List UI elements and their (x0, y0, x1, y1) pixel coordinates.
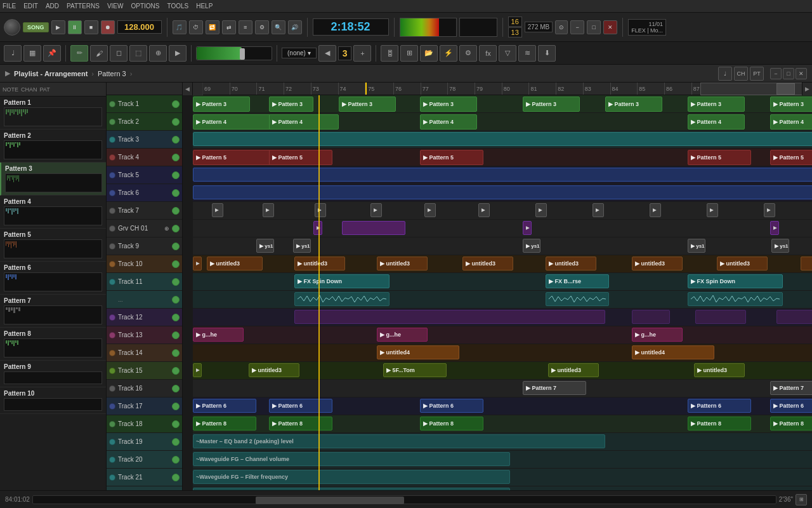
clip-t7-4[interactable]: ▶ (370, 203, 382, 217)
pitch-slider[interactable] (196, 46, 272, 60)
clip-t5-1[interactable] (193, 168, 812, 182)
track-4-color[interactable] (109, 154, 115, 161)
track-21-mute[interactable] (172, 474, 180, 481)
pl-close[interactable]: ✕ (796, 68, 807, 79)
clip-t17-4[interactable]: ▶ Pattern 6 (688, 399, 751, 413)
track-2-color[interactable] (109, 119, 115, 125)
track-10-color[interactable] (109, 261, 115, 267)
clip-t10-7[interactable]: ▶ untitled3 (632, 257, 683, 271)
track-11-color[interactable] (109, 279, 115, 285)
track-3-mute[interactable] (172, 136, 180, 144)
erase-btn[interactable]: ◻ (110, 45, 128, 62)
grid-row-7[interactable]: ▶ ▶ ▶ ▶ ▶ (193, 202, 812, 220)
pattern-item-7[interactable]: Pattern 7 (0, 295, 106, 328)
clip-t10-4[interactable]: ▶ untitled3 (377, 257, 428, 271)
grid-row-2[interactable]: ▶ Pattern 4 ▶ Pattern 4 ▶ Pattern 4 ▶ Pa… (193, 113, 812, 131)
track-17-color[interactable] (109, 403, 115, 410)
piano-roll-btn[interactable]: ♩ (4, 45, 22, 62)
download-btn[interactable]: ⬇ (538, 45, 556, 62)
clip-t11-fx3[interactable]: ▶ FX Spin Down (688, 274, 783, 288)
track-12-mute[interactable] (172, 314, 180, 321)
pin-btn[interactable]: 📌 (43, 45, 61, 62)
track-6-mute[interactable] (172, 189, 180, 197)
grid-row-6[interactable] (193, 184, 812, 202)
clip-t10-5[interactable]: ▶ untitled3 (462, 257, 513, 271)
clip-t16-1[interactable]: ▶ Pattern 7 (523, 381, 586, 395)
clip-t15-1[interactable]: ▶ (193, 363, 202, 377)
master-volume-knob[interactable] (4, 19, 20, 36)
grid-row-19[interactable]: ~Master – EQ band 2 (peaking) level (193, 433, 812, 451)
clip-t4-2[interactable]: ▶ Pattern 5 (269, 150, 332, 165)
step-icon[interactable]: ≡ (239, 20, 252, 34)
grid-row-13[interactable]: ▶ g...he ▶ g...he ▶ g...he (193, 326, 812, 344)
pattern-item-8[interactable]: Pattern 8 (0, 328, 106, 361)
clip-t7-11[interactable]: ▶ (764, 203, 775, 217)
grid-row-11[interactable]: ▶ FX Spin Down ▶ FX B...rse ▶ FX Spin Do… (193, 273, 812, 291)
pattern-item-9[interactable]: Pattern 9 (0, 361, 106, 387)
metronome-icon[interactable]: 🎵 (173, 20, 187, 34)
grv-icon[interactable]: ⊕ (164, 225, 169, 232)
clip-t6-1[interactable] (193, 185, 812, 199)
clip-t10-8[interactable]: ▶ untitled3 (717, 257, 768, 271)
step-seq-btn[interactable]: ▦ (23, 45, 41, 62)
clip-t12-3[interactable] (695, 310, 746, 324)
clip-t10-1[interactable]: ▶ (193, 257, 202, 271)
grv-color[interactable] (109, 225, 115, 232)
grid-row-10[interactable]: ▶ ▶ untitled3 ▶ untitled3 ▶ untitled3 ▶ (193, 255, 812, 273)
clip-t4-5[interactable]: ▶ Pattern 5 (770, 150, 812, 165)
grid-row-15[interactable]: ▶ ▶ untitled3 ▶ 5F...Tom ▶ untitled3 ▶ u (193, 362, 812, 380)
track-18-color[interactable] (109, 421, 115, 427)
track-20-color[interactable] (109, 457, 115, 463)
menu-add[interactable]: ADD (46, 3, 59, 10)
clip-t2-3[interactable]: ▶ Pattern 4 (420, 114, 477, 130)
track-19-mute[interactable] (172, 438, 180, 446)
grid-row-grv[interactable]: ▶ ▶ ▶ (193, 220, 812, 237)
clip-t1-6[interactable]: ▶ Pattern 3 (605, 97, 662, 112)
clip-grv-1[interactable]: ▶ (313, 221, 322, 235)
pattern-item-1[interactable]: Pattern 1 (0, 97, 106, 130)
track-10-mute[interactable] (172, 260, 180, 268)
track-1-color[interactable] (109, 101, 115, 107)
track-12-color[interactable] (109, 314, 115, 321)
grid-row-17[interactable]: ▶ Pattern 6 ▶ Pattern 6 ▶ Pattern 6 ▶ Pa… (193, 398, 812, 415)
grid-row-22[interactable]: ~Concert Piano – Channel volume (193, 486, 812, 490)
clip-t7-9[interactable]: ▶ (650, 203, 661, 217)
clip-t13-2[interactable]: ▶ g...he (377, 328, 428, 342)
shuffle-icon[interactable]: ⇄ (222, 20, 236, 34)
track-5-mute[interactable] (172, 171, 180, 179)
grid-row-18[interactable]: ▶ Pattern 8 ▶ Pattern 8 ▶ Pattern 8 ▶ Pa… (193, 415, 812, 433)
clip-t11b-1[interactable] (294, 292, 390, 306)
zoom-tool-btn[interactable]: ⊕ (149, 45, 167, 62)
clip-t22-1[interactable]: ~Concert Piano – Channel volume (193, 488, 510, 490)
track-7-mute[interactable] (172, 207, 180, 215)
track-4-mute[interactable] (172, 154, 180, 161)
clip-t2-4[interactable]: ▶ Pattern 4 (688, 114, 745, 130)
cpu-icon[interactable]: ⚙ (255, 20, 269, 34)
track-9-mute[interactable] (172, 243, 180, 250)
song-mode-button[interactable]: SONG (23, 22, 49, 32)
pattern-selector[interactable]: (none) ▾ (282, 48, 317, 58)
clip-t15-2[interactable]: ▶ untitled3 (249, 363, 299, 377)
playlist-grid-container[interactable]: ◀ ▶ 69 70 71 72 73 74 75 76 77 78 79 (183, 83, 812, 490)
grid-row-1[interactable]: ▶ Pattern 3 ▶ Pattern 3 ▶ Pattern 3 ▶ Pa… (193, 95, 812, 113)
clip-t9-4[interactable]: ▶ ys1 (688, 239, 705, 253)
clip-t10-2[interactable]: ▶ untitled3 (207, 257, 263, 271)
grid-row-11b[interactable] (193, 291, 812, 309)
zoom-icon[interactable]: 🔍 (272, 20, 285, 34)
clip-t10-3[interactable]: ▶ untitled3 (294, 257, 345, 271)
clip-t1-5[interactable]: ▶ Pattern 3 (523, 97, 580, 112)
minimap-viewport[interactable] (776, 83, 796, 95)
clip-t14-1[interactable]: ▶ untitled4 (377, 345, 459, 359)
loop-icon[interactable]: 🔁 (206, 20, 219, 34)
clip-t9-2[interactable]: ▶ ys1 (293, 239, 311, 253)
menu-tools[interactable]: TOOLS (167, 3, 188, 10)
track-18-mute[interactable] (172, 420, 180, 428)
grid-row-16[interactable]: ▶ Pattern 7 ▶ Pattern 7 (193, 380, 812, 398)
arrange-btn[interactable]: ⊞ (400, 45, 418, 62)
clip-t13-3[interactable]: ▶ g...he (632, 328, 683, 342)
clip-t11b-3[interactable] (688, 292, 783, 306)
track-16-color[interactable] (109, 385, 115, 392)
grid-row-4[interactable]: ▶ Pattern 5 ▶ Pattern 5 ▶ Pattern 5 ▶ Pa… (193, 149, 812, 166)
clip-t3-full[interactable] (193, 132, 812, 146)
grid-row-14[interactable]: ▶ untitled4 ▶ untitled4 (193, 344, 812, 362)
